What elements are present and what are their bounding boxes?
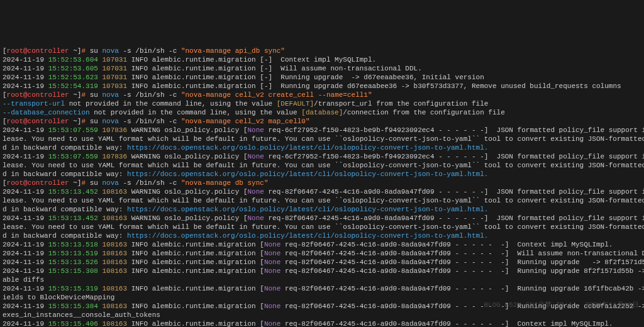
terminal-output: [root@controller ~]# su nova -s /bin/sh …	[0, 44, 644, 327]
watermark: BLOG.B52M.CN(北梦 ID:1) 2024年11月19日	[484, 301, 639, 309]
